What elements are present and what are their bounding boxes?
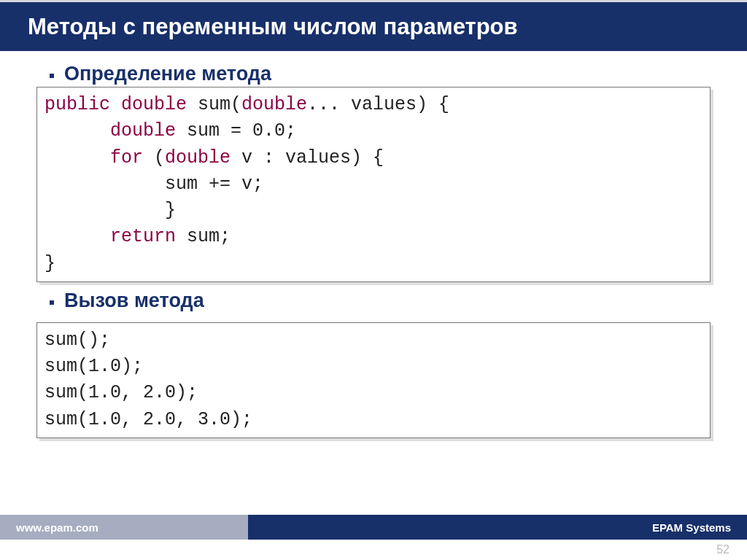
- code-block-1: public double sum(double... values) { do…: [36, 87, 711, 282]
- txt: sum(: [198, 94, 241, 115]
- txt: sum += v;: [165, 174, 263, 195]
- footer-left: www.epam.com: [0, 515, 248, 540]
- bullet-icon: [50, 300, 54, 305]
- kw: for: [110, 147, 143, 168]
- code-content: sum(); sum(1.0); sum(1.0, 2.0); sum(1.0,…: [36, 322, 711, 438]
- txt: sum = 0.0;: [187, 120, 296, 141]
- txt: sum(1.0, 2.0);: [44, 382, 198, 403]
- header-bar: Методы с переменным числом параметров: [0, 0, 747, 51]
- kw: double: [241, 94, 307, 115]
- bullet-row: Вызов метода: [50, 289, 711, 312]
- txt: sum;: [187, 226, 231, 247]
- kw: public: [44, 94, 110, 115]
- code-content: public double sum(double... values) { do…: [36, 87, 711, 282]
- txt: }: [44, 253, 55, 274]
- footer-right: EPAM Systems: [248, 515, 747, 540]
- content-area: Определение метода public double sum(dou…: [0, 51, 747, 438]
- txt: v : values) {: [241, 147, 384, 168]
- bullet-row: Определение метода: [50, 63, 711, 85]
- kw: return: [110, 226, 176, 247]
- txt: }: [165, 200, 176, 221]
- txt: (: [154, 147, 165, 168]
- txt: ... values) {: [307, 94, 449, 115]
- kw: double: [165, 147, 231, 168]
- slide-title: Методы с переменным числом параметров: [28, 14, 518, 40]
- txt: sum();: [44, 330, 110, 351]
- bullet-label: Определение метода: [64, 63, 271, 85]
- txt: sum(1.0);: [44, 356, 143, 377]
- slide: Методы с переменным числом параметров Оп…: [0, 0, 747, 560]
- txt: sum(1.0, 2.0, 3.0);: [44, 409, 252, 430]
- code-block-2: sum(); sum(1.0); sum(1.0, 2.0); sum(1.0,…: [36, 322, 711, 438]
- kw: double: [121, 94, 187, 115]
- bullet-icon: [50, 74, 54, 78]
- kw: double: [110, 120, 176, 141]
- bullet-label: Вызов метода: [64, 289, 204, 312]
- page-number: 52: [716, 543, 729, 556]
- footer: www.epam.com EPAM Systems: [0, 515, 747, 540]
